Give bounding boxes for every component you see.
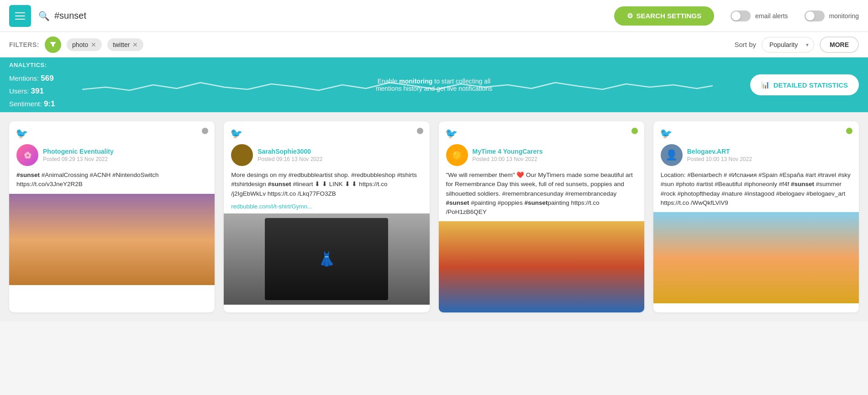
status-dot-2: [417, 128, 423, 134]
funnel-icon: [49, 41, 57, 48]
search-area: 🔍 #sunset: [38, 10, 607, 21]
monitoring-toggle-group: monitoring: [805, 10, 859, 21]
search-settings-label: SEARCH SETTINGS: [637, 12, 702, 20]
sort-label: Sort by: [734, 41, 756, 48]
filter-chip-twitter: twitter ✕: [107, 38, 143, 51]
card-2: 🐦 SarahSophie3000 Posted 09:16 13 Nov 20…: [224, 121, 429, 312]
card-4-image: [653, 212, 859, 303]
filter-chip-photo-label: photo: [72, 41, 88, 48]
analytics-center-text: Enable monitoring to start collecting al…: [376, 78, 492, 92]
hamburger-line-1: [15, 12, 25, 13]
card-4-user-info: Belogaev.ART Posted 10:00 13 Nov 2022: [687, 148, 852, 162]
card-3-user-info: MyTime 4 YoungCarers Posted 10:00 13 Nov…: [473, 148, 637, 162]
card-1-body: #sunset #AnimalCrossing #ACNH #NintendoS…: [9, 171, 215, 194]
card-4-posted: Posted 10:00 13 Nov 2022: [687, 156, 852, 162]
toggle-knob-2: [805, 11, 815, 21]
sort-select[interactable]: Popularity Date Relevance: [762, 37, 814, 52]
email-alerts-toggle-group: email alerts: [731, 10, 788, 21]
avatar-1: 🌸: [16, 144, 38, 166]
detailed-stats-button[interactable]: 📊 DETAILED STATISTICS: [750, 74, 859, 95]
card-2-posted: Posted 09:16 13 Nov 2022: [258, 156, 422, 162]
sort-select-wrap: Popularity Date Relevance: [762, 37, 814, 52]
menu-button[interactable]: [9, 5, 31, 27]
sentiment-stat: Sentiment: 9:1: [9, 99, 87, 109]
avatar-2: [231, 144, 253, 166]
cards-grid: 🐦 🌸 Photogenic Eventuality Posted 09:29 …: [0, 112, 868, 322]
filter-funnel-button[interactable]: [45, 36, 61, 53]
highlight-4: #sunset: [791, 181, 814, 187]
card-2-body: More desings on my #redbubbleartist shop…: [224, 171, 429, 203]
filter-chip-twitter-remove[interactable]: ✕: [132, 42, 138, 48]
filter-chip-photo: photo ✕: [67, 38, 102, 51]
card-3-header: ☀️ MyTime 4 YoungCarers Posted 10:00 13 …: [439, 121, 644, 171]
toggle-knob: [731, 11, 741, 21]
more-button[interactable]: MORE: [820, 36, 859, 53]
card-1-image: [9, 194, 215, 285]
card-4: 🐦 👤 Belogaev.ART Posted 10:00 13 Nov 202…: [653, 121, 859, 312]
status-dot-3: [631, 128, 638, 134]
email-alerts-label: email alerts: [755, 12, 788, 20]
detailed-stats-label: DETAILED STATISTICS: [773, 81, 848, 89]
card-2-user-info: SarahSophie3000 Posted 09:16 13 Nov 2022: [258, 148, 422, 162]
analytics-right: 📊 DETAILED STATISTICS: [750, 74, 859, 95]
card-3-body: "We will remember them" ❤️ Our MyTimers …: [439, 171, 644, 221]
filters-bar: FILTERS: photo ✕ twitter ✕ Sort by Popul…: [0, 32, 868, 57]
card-1: 🐦 🌸 Photogenic Eventuality Posted 09:29 …: [9, 121, 215, 312]
card-2-link[interactable]: redbubble.com/i/t-shirt/Gymn...: [224, 203, 429, 213]
users-stat: Users: 391: [9, 87, 87, 96]
twitter-icon-3: 🐦: [445, 128, 458, 140]
card-1-user-info: Photogenic Eventuality Posted 09:29 13 N…: [43, 148, 207, 162]
hamburger-line-3: [15, 19, 25, 20]
avatar-3: ☀️: [446, 144, 468, 166]
twitter-icon-4: 🐦: [660, 128, 672, 140]
sort-area: Sort by Popularity Date Relevance MORE: [734, 36, 859, 53]
mentions-stat: Mentions: 569: [9, 74, 87, 83]
analytics-center-text-line2: mentions history and get live notificati…: [376, 85, 492, 92]
card-4-body: Location: #Beniarbech # #Испания #Spain …: [653, 171, 859, 212]
hamburger-line-2: [15, 16, 25, 16]
status-dot-4: [846, 128, 852, 134]
highlight-3b: #sunset: [524, 199, 547, 206]
highlight-3a: #sunset: [446, 199, 469, 206]
bar-chart-icon: 📊: [761, 81, 770, 89]
header: 🔍 #sunset ⚙ SEARCH SETTINGS email alerts…: [0, 0, 868, 32]
card-3-posted: Posted 10:00 13 Nov 2022: [473, 156, 637, 162]
twitter-icon-2: 🐦: [230, 128, 242, 140]
card-2-username[interactable]: SarahSophie3000: [258, 148, 422, 155]
filter-chip-twitter-label: twitter: [113, 41, 130, 48]
card-2-header: SarahSophie3000 Posted 09:16 13 Nov 2022: [224, 121, 429, 171]
monitoring-toggle[interactable]: [805, 10, 825, 21]
analytics-pre-label: ANALYTICS:: [9, 62, 87, 68]
card-4-username[interactable]: Belogaev.ART: [687, 148, 852, 155]
search-settings-button[interactable]: ⚙ SEARCH SETTINGS: [614, 6, 715, 26]
highlight-1: #sunset: [16, 172, 40, 178]
monitoring-label: monitoring: [829, 12, 859, 20]
card-1-username[interactable]: Photogenic Eventuality: [43, 148, 207, 155]
filter-chip-photo-remove[interactable]: ✕: [91, 42, 96, 48]
search-icon: 🔍: [38, 10, 50, 21]
card-1-header: 🌸 Photogenic Eventuality Posted 09:29 13…: [9, 121, 215, 171]
avatar-4: 👤: [661, 144, 683, 166]
card-3: 🐦 ☀️ MyTime 4 YoungCarers Posted 10:00 1…: [439, 121, 644, 312]
gear-icon: ⚙: [627, 12, 633, 20]
filters-label: FILTERS:: [9, 41, 39, 48]
email-alerts-toggle[interactable]: [731, 10, 751, 21]
card-4-header: 👤 Belogaev.ART Posted 10:00 13 Nov 2022: [653, 121, 859, 171]
analytics-label-col: ANALYTICS: Mentions: 569 Users: 391 Sent…: [9, 62, 87, 109]
card-3-image: [439, 221, 644, 312]
highlight-2: #sunset: [268, 181, 291, 187]
analytics-bar: ANALYTICS: Mentions: 569 Users: 391 Sent…: [0, 57, 868, 112]
card-1-posted: Posted 09:29 13 Nov 2022: [43, 156, 207, 162]
search-term[interactable]: #sunset: [54, 10, 86, 21]
twitter-icon-1: 🐦: [16, 128, 28, 140]
analytics-center-text-line1: Enable monitoring to start collecting al…: [376, 78, 492, 85]
card-3-username[interactable]: MyTime 4 YoungCarers: [473, 148, 637, 155]
card-2-image: 👗: [224, 213, 429, 305]
